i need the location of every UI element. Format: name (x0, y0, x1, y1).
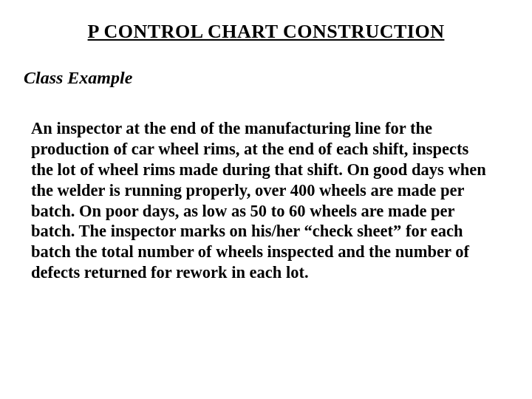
slide: P CONTROL CHART CONSTRUCTION Class Examp… (0, 0, 532, 399)
slide-subtitle: Class Example (24, 68, 132, 88)
slide-title: P CONTROL CHART CONSTRUCTION (0, 21, 532, 43)
body-paragraph: An inspector at the end of the manufactu… (31, 118, 488, 283)
